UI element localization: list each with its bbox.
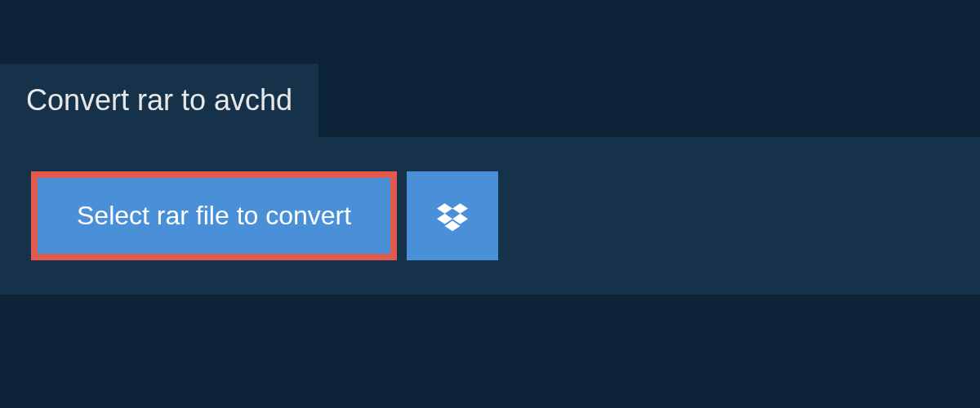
select-file-label: Select rar file to convert (77, 201, 351, 231)
select-file-button[interactable]: Select rar file to convert (31, 171, 397, 260)
dropbox-icon (437, 201, 468, 232)
button-row: Select rar file to convert (31, 171, 949, 260)
action-panel: Select rar file to convert (0, 137, 980, 295)
tab-header: Convert rar to avchd (0, 64, 318, 137)
dropbox-button[interactable] (407, 171, 498, 260)
page-title: Convert rar to avchd (26, 83, 292, 118)
